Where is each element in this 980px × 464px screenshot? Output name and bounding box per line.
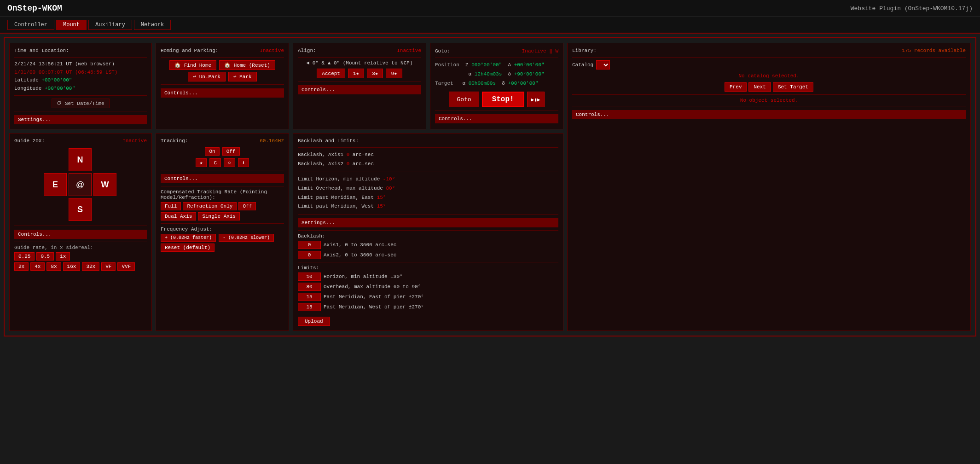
rate-16x[interactable]: 16x: [63, 262, 81, 271]
goto-controls[interactable]: Controls...: [435, 114, 558, 123]
star1-button[interactable]: 1★: [348, 69, 364, 78]
rate-025[interactable]: 0.25: [14, 252, 35, 261]
tracking-off-button[interactable]: Off: [222, 147, 240, 156]
rate-2x[interactable]: 2x: [14, 262, 29, 271]
set-target-button[interactable]: Set Target: [773, 82, 813, 92]
guide-south-button[interactable]: S: [69, 198, 92, 221]
library-panel: Library: 175 records available Catalog N…: [567, 43, 971, 331]
unpark-button[interactable]: ↩ Un-Park: [188, 72, 225, 81]
nav-mount[interactable]: Mount: [56, 20, 87, 30]
freq-reset-button[interactable]: Reset (default): [161, 244, 215, 252]
backlash-axis2-range: Axis2, 0 to 3600 arc-sec: [324, 252, 396, 258]
guide-label: Guide 20X:: [14, 138, 45, 144]
guide-north-button[interactable]: N: [69, 148, 92, 171]
homing-panel: Homing and Parking: Inactive 🏠 Find Home…: [156, 43, 289, 129]
nav-controller[interactable]: Controller: [7, 20, 54, 30]
limits-overhead-range: Overhead, max altitude 60 to 90°: [324, 284, 421, 290]
limits-past-e-input[interactable]: [298, 293, 321, 301]
tracking-title-row: Tracking: 60.164Hz: [161, 138, 284, 144]
tracking-on-button[interactable]: On: [205, 147, 219, 156]
prev-button[interactable]: Prev: [725, 82, 747, 92]
nav-network[interactable]: Network: [134, 20, 171, 30]
tracking-circle-button[interactable]: ○: [224, 158, 235, 167]
comp-mode-row: Full Refraction Only Off: [161, 202, 284, 210]
tracking-download-button[interactable]: ⬇: [238, 158, 249, 167]
tracking-panel: Tracking: 60.164Hz On Off ★ C ○ ⬇ Contro…: [156, 133, 289, 331]
star3-button[interactable]: 9★: [386, 69, 402, 78]
guide-title-row: Guide 20X: Inactive: [14, 138, 147, 144]
library-title-row: Library: 175 records available: [572, 48, 966, 53]
goto-pos-line2: α 12h40m03s δ +90°00'00": [435, 70, 558, 79]
limits-past-w-range: Past Meridian, West of pier ±270°: [324, 304, 424, 310]
library-controls[interactable]: Controls...: [572, 110, 966, 119]
tracking-onoff-row: On Off: [161, 147, 284, 156]
rate-1x[interactable]: 1x: [56, 252, 70, 261]
library-label: Library:: [572, 48, 597, 53]
limits-overhead-input[interactable]: [298, 283, 321, 291]
time-location-controls[interactable]: Settings...: [14, 115, 147, 124]
backlash-settings[interactable]: Settings...: [298, 218, 558, 227]
tracking-controls[interactable]: Controls...: [161, 174, 284, 183]
bl-axis1-line: Backlash, Axis1 0 arc-sec: [298, 151, 558, 160]
rate-05[interactable]: 0.5: [36, 252, 54, 261]
backlash-axis2-input[interactable]: [298, 251, 321, 259]
guide-west-button[interactable]: W: [93, 173, 116, 196]
nav-auxiliary[interactable]: Auxiliary: [88, 20, 132, 30]
goto-title-row: Goto: Inactive ‖ W: [435, 48, 558, 54]
rate-vvf[interactable]: VVF: [117, 262, 135, 271]
limits-past-e-row: Past Meridian, East of pier ±270°: [298, 293, 558, 301]
time-location-title-row: Time and Location:: [14, 48, 147, 53]
home-reset-button[interactable]: 🏠 Home (Reset): [219, 60, 275, 70]
goto-button[interactable]: Goto: [449, 92, 479, 107]
comp-full-button[interactable]: Full: [161, 202, 181, 210]
comp-off-button[interactable]: Off: [238, 202, 256, 210]
dual-axis-button[interactable]: Dual Axis: [161, 212, 196, 220]
homing-btn-row1: 🏠 Find Home 🏠 Home (Reset): [161, 60, 284, 70]
comp-refraction-button[interactable]: Refraction Only: [183, 202, 237, 210]
align-info: ◄ 0" & ▲ 0" (Mount relative to NCP): [298, 60, 421, 66]
guide-rate-label: Guide rate, in x sidereal:: [14, 245, 147, 250]
tracking-icons-row: ★ C ○ ⬇: [161, 158, 284, 167]
accept-button[interactable]: Accept: [317, 69, 345, 78]
bl-axis1-val: 0: [347, 152, 350, 157]
guide-center-button[interactable]: @: [69, 173, 92, 196]
rate-32x[interactable]: 32x: [82, 262, 99, 271]
backlash-section-label: Backlash:: [298, 233, 558, 239]
lon-line: Longitude +00°00'00": [14, 85, 147, 93]
catalog-select[interactable]: [596, 60, 610, 70]
stop-button[interactable]: Stop!: [482, 92, 524, 107]
rate-8x[interactable]: 8x: [46, 262, 61, 271]
guide-east-button[interactable]: E: [44, 173, 67, 196]
single-axis-button[interactable]: Single Axis: [198, 212, 240, 220]
next-button[interactable]: Next: [748, 82, 771, 92]
limits-horizon-input[interactable]: [298, 273, 321, 281]
backlash-axis2-row: Axis2, 0 to 3600 arc-sec: [298, 251, 558, 259]
set-datetime-button[interactable]: ⏱ Set Date/Time: [52, 99, 109, 108]
limits-past-w-input[interactable]: [298, 303, 321, 311]
tracking-c-button[interactable]: C: [209, 158, 221, 167]
align-controls[interactable]: Controls...: [298, 85, 421, 94]
backlash-axis1-input[interactable]: [298, 241, 321, 249]
plugin-label: Website Plugin (OnStep-WKOM10.17j): [851, 5, 973, 12]
park-button[interactable]: ↩ Park: [228, 72, 257, 81]
homing-controls[interactable]: Controls...: [161, 88, 284, 98]
guide-controls[interactable]: Controls...: [14, 230, 147, 239]
freq-faster-button[interactable]: + (0.02Hz faster): [161, 234, 216, 242]
goto-extra-button[interactable]: ▶▮▶: [527, 92, 545, 107]
a-val: +00°00'00": [514, 62, 545, 68]
rate-4x[interactable]: 4x: [30, 262, 45, 271]
guide-rates-row: 0.25 0.5 1x: [14, 252, 147, 261]
backlash-panel: Backlash and Limits: Backlash, Axis1 0 a…: [293, 133, 563, 331]
tracking-star-button[interactable]: ★: [196, 158, 207, 167]
star2-button[interactable]: 3★: [367, 69, 383, 78]
guide-nw-empty: [44, 148, 67, 171]
limits-horizon-row: Horizon, min altitude ±30°: [298, 273, 558, 281]
homing-title-row: Homing and Parking: Inactive: [161, 48, 284, 53]
upload-button[interactable]: Upload: [298, 317, 330, 326]
limit-meridian-e-val: 15°: [377, 195, 386, 200]
library-status: 175 records available: [902, 48, 966, 53]
t-alpha-val: 00h00m00s: [469, 81, 496, 86]
rate-vf[interactable]: VF: [101, 262, 116, 271]
find-home-button[interactable]: 🏠 Find Home: [169, 60, 216, 70]
freq-slower-button[interactable]: - (0.02Hz slower): [219, 234, 274, 242]
